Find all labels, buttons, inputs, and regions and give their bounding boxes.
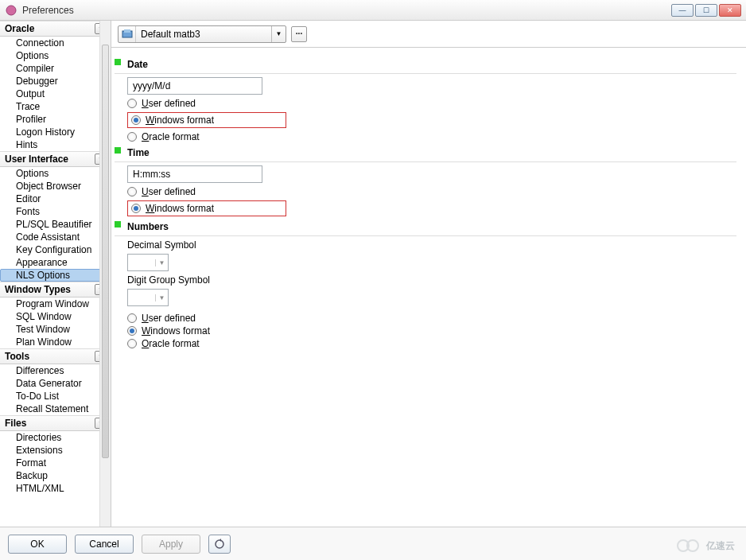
sidebar-item-recall-statement[interactable]: Recall Statement: [0, 402, 111, 415]
watermark: 亿速云: [676, 538, 735, 554]
sidebar-item-options[interactable]: Options: [0, 49, 111, 62]
sidebar-item-nls-options[interactable]: NLS Options: [0, 269, 111, 282]
date-windows-format-highlight: Windows format: [127, 112, 286, 128]
time-windows-format-highlight: Windows format: [127, 200, 286, 216]
chevron-down-icon[interactable]: ▼: [271, 26, 286, 42]
date-oracle-format-label: Oracle format: [142, 131, 200, 142]
preset-icon: [119, 26, 136, 42]
app-icon: [5, 4, 17, 17]
category-header-oracle[interactable]: Oracle ▼: [0, 21, 111, 37]
sidebar-item-backup[interactable]: Backup: [0, 469, 111, 482]
window-title: Preferences: [22, 5, 671, 16]
titlebar: Preferences — ☐ ✕: [0, 0, 746, 21]
section-time-title: Time: [127, 147, 150, 158]
sidebar-item-editor[interactable]: Editor: [0, 192, 111, 205]
time-windows-format-label: Windows format: [146, 203, 214, 214]
sidebar-item-differences[interactable]: Differences: [0, 364, 111, 377]
sidebar-item-fonts[interactable]: Fonts: [0, 205, 111, 218]
category-header-tools[interactable]: Tools ▼: [0, 348, 111, 364]
svg-point-0: [6, 6, 16, 15]
sidebar-item-profiler[interactable]: Profiler: [0, 113, 111, 126]
sidebar-item-todo-list[interactable]: To-Do List: [0, 390, 111, 402]
svg-rect-2: [124, 29, 130, 33]
sidebar-item-appearance[interactable]: Appearance: [0, 256, 111, 269]
decimal-symbol-label: Decimal Symbol: [115, 239, 736, 251]
category-label: Window Types: [5, 284, 71, 295]
category-header-window-types[interactable]: Window Types ▼: [0, 282, 111, 298]
numbers-windows-format-radio[interactable]: [127, 326, 137, 336]
footer: OK Cancel Apply 亿速云: [0, 527, 746, 560]
category-label: Files: [5, 418, 26, 429]
category-header-files[interactable]: Files ▼: [0, 415, 111, 431]
sidebar-item-data-generator[interactable]: Data Generator: [0, 377, 111, 390]
sidebar-item-code-assistant[interactable]: Code Assistant: [0, 231, 111, 243]
minimize-button[interactable]: —: [671, 4, 694, 17]
chevron-down-icon[interactable]: ▼: [155, 294, 168, 301]
sidebar-item-debugger[interactable]: Debugger: [0, 75, 111, 88]
numbers-windows-format-label: Windows format: [142, 325, 210, 336]
sidebar-item-connection[interactable]: Connection: [0, 37, 111, 49]
help-button[interactable]: [208, 535, 231, 554]
sidebar-item-key-configuration[interactable]: Key Configuration: [0, 243, 111, 256]
svg-point-3: [216, 540, 223, 548]
date-oracle-format-radio[interactable]: [127, 132, 137, 142]
time-user-defined-radio[interactable]: [127, 187, 137, 196]
sidebar-item-sql-window[interactable]: SQL Window: [0, 310, 111, 323]
modified-indicator-icon: [115, 147, 121, 154]
date-format-input[interactable]: [127, 77, 262, 95]
settings-pane: Date User defined Windows format Oracle …: [111, 48, 746, 527]
sidebar-scrollbar[interactable]: [99, 21, 111, 527]
digit-group-symbol-combo[interactable]: ▼: [127, 289, 169, 306]
preset-more-button[interactable]: ···: [291, 26, 307, 42]
date-user-defined-radio[interactable]: [127, 99, 137, 108]
category-label: Oracle: [5, 23, 34, 34]
modified-indicator-icon: [115, 221, 121, 228]
time-user-defined-label: User defined: [142, 186, 196, 197]
category-label: User Interface: [5, 154, 68, 165]
sidebar-item-hints[interactable]: Hints: [0, 138, 111, 151]
sidebar-item-object-browser[interactable]: Object Browser: [0, 180, 111, 192]
numbers-user-defined-label: User defined: [142, 313, 196, 324]
section-numbers-title: Numbers: [127, 221, 169, 232]
sidebar-item-plan-window[interactable]: Plan Window: [0, 336, 111, 348]
section-date-title: Date: [127, 59, 148, 70]
sidebar-item-program-window[interactable]: Program Window: [0, 298, 111, 310]
sidebar-item-test-window[interactable]: Test Window: [0, 323, 111, 336]
apply-button[interactable]: Apply: [142, 535, 200, 554]
chevron-down-icon[interactable]: ▼: [155, 259, 168, 266]
numbers-oracle-format-label: Oracle format: [142, 338, 200, 349]
date-user-defined-label: User defined: [142, 98, 196, 109]
digit-group-symbol-label: Digit Group Symbol: [115, 274, 736, 286]
sidebar-item-compiler[interactable]: Compiler: [0, 62, 111, 75]
sidebar-item-html-xml[interactable]: HTML/XML: [0, 482, 111, 495]
section-date-header: Date: [115, 57, 736, 74]
gear-refresh-icon: [214, 539, 225, 550]
sidebar-item-output[interactable]: Output: [0, 88, 111, 100]
time-windows-format-radio[interactable]: [131, 204, 141, 213]
category-sidebar: Oracle ▼ Connection Options Compiler Deb…: [0, 21, 111, 527]
sidebar-item-logon-history[interactable]: Logon History: [0, 126, 111, 138]
preset-combo[interactable]: Default matb3 ▼: [118, 25, 286, 43]
maximize-button[interactable]: ☐: [695, 4, 717, 17]
numbers-user-defined-radio[interactable]: [127, 313, 137, 323]
sidebar-item-ui-options[interactable]: Options: [0, 167, 111, 180]
section-numbers-header: Numbers: [115, 220, 736, 236]
sidebar-item-plsql-beautifier[interactable]: PL/SQL Beautifier: [0, 218, 111, 231]
section-time-header: Time: [115, 146, 736, 162]
sidebar-item-trace[interactable]: Trace: [0, 100, 111, 113]
ok-button[interactable]: OK: [8, 535, 67, 554]
category-label: Tools: [5, 351, 29, 362]
preset-toolbar: Default matb3 ▼ ···: [111, 21, 746, 48]
decimal-symbol-combo[interactable]: ▼: [127, 254, 169, 271]
preset-label: Default matb3: [136, 29, 271, 40]
sidebar-item-format[interactable]: Format: [0, 457, 111, 469]
sidebar-item-directories[interactable]: Directories: [0, 431, 111, 444]
date-windows-format-radio[interactable]: [131, 115, 141, 125]
numbers-oracle-format-radio[interactable]: [127, 339, 137, 348]
cancel-button[interactable]: Cancel: [75, 535, 134, 554]
close-button[interactable]: ✕: [719, 4, 741, 17]
time-format-input[interactable]: [127, 165, 262, 183]
sidebar-item-extensions[interactable]: Extensions: [0, 444, 111, 457]
watermark-text: 亿速云: [706, 539, 735, 553]
category-header-user-interface[interactable]: User Interface ▼: [0, 151, 111, 167]
